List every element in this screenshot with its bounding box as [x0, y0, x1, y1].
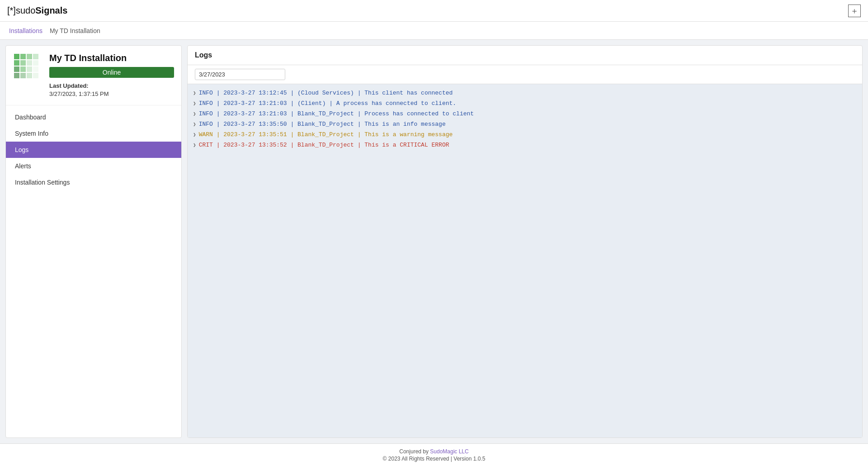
- log-text-4: INFO | 2023-3-27 13:35:50 | Blank_TD_Pro…: [199, 121, 857, 128]
- date-filter-input[interactable]: [195, 69, 285, 80]
- log-text-3: INFO | 2023-3-27 13:21:03 | Blank_TD_Pro…: [199, 110, 857, 117]
- main-content: My TD Installation Online Last Updated: …: [0, 40, 868, 443]
- svg-rect-13: [20, 73, 26, 78]
- add-installation-button[interactable]: ＋: [848, 5, 861, 17]
- log-entry-6: ❯ CRIT | 2023-3-27 13:35:52 | Blank_TD_P…: [188, 140, 862, 150]
- nav-item-alerts[interactable]: Alerts: [6, 158, 181, 174]
- log-expand-icon-1[interactable]: ❯: [193, 90, 196, 96]
- app-footer: Conjured by SudoMagic LLC © 2023 All Rig…: [0, 443, 868, 466]
- svg-rect-7: [33, 60, 38, 66]
- nav-menu: Dashboard System Info Logs Alerts Instal…: [6, 105, 181, 194]
- logs-area: ❯ INFO | 2023-3-27 13:12:45 | (Cloud Ser…: [188, 84, 862, 437]
- footer-conjured-prefix: Conjured by: [399, 448, 430, 455]
- installation-info: My TD Installation Online Last Updated: …: [49, 53, 174, 98]
- log-expand-icon-2[interactable]: ❯: [193, 100, 196, 106]
- svg-rect-1: [20, 54, 26, 59]
- log-text-6: CRIT | 2023-3-27 13:35:52 | Blank_TD_Pro…: [199, 142, 857, 148]
- log-expand-icon-4[interactable]: ❯: [193, 121, 196, 127]
- logo-sudo: sudo: [16, 5, 35, 16]
- sidebar-panel: My TD Installation Online Last Updated: …: [5, 45, 182, 438]
- content-panel: Logs ❯ INFO | 2023-3-27 13:12:45 | (Clou…: [187, 45, 863, 438]
- logo-bracket-open: [*]: [7, 5, 16, 16]
- log-entry-3: ❯ INFO | 2023-3-27 13:21:03 | Blank_TD_P…: [188, 109, 862, 119]
- footer-line-1: Conjured by SudoMagic LLC: [399, 448, 468, 455]
- app-header: [*] sudoSignals ＋: [0, 0, 868, 22]
- footer-sudoMagic-link[interactable]: SudoMagic LLC: [430, 448, 468, 455]
- svg-rect-8: [14, 67, 19, 72]
- installation-card: My TD Installation Online Last Updated: …: [6, 46, 181, 105]
- svg-rect-9: [20, 67, 26, 72]
- breadcrumb: Installations My TD Installation: [0, 22, 868, 40]
- installation-name: My TD Installation: [49, 53, 174, 63]
- svg-rect-5: [20, 60, 26, 66]
- last-updated-label: Last Updated:: [49, 82, 89, 89]
- status-badge: Online: [49, 67, 174, 78]
- svg-rect-14: [27, 73, 32, 78]
- svg-rect-15: [33, 73, 38, 78]
- svg-rect-11: [33, 67, 38, 72]
- svg-rect-4: [14, 60, 19, 66]
- app-logo: [*] sudoSignals: [7, 5, 67, 16]
- log-expand-icon-5[interactable]: ❯: [193, 132, 196, 138]
- logo-signals: Signals: [35, 5, 67, 16]
- date-filter-bar: [188, 65, 862, 84]
- nav-item-logs[interactable]: Logs: [6, 142, 181, 158]
- log-entry-5: ❯ WARN | 2023-3-27 13:35:51 | Blank_TD_P…: [188, 129, 862, 140]
- log-text-2: INFO | 2023-3-27 13:21:03 | (Client) | A…: [199, 100, 857, 107]
- svg-rect-3: [33, 54, 38, 59]
- log-expand-icon-6[interactable]: ❯: [193, 142, 196, 148]
- nav-item-installation-settings[interactable]: Installation Settings: [6, 174, 181, 190]
- nav-item-dashboard[interactable]: Dashboard: [6, 109, 181, 125]
- footer-line-2: © 2023 All Rights Reserved | Version 1.0…: [383, 456, 486, 462]
- svg-rect-0: [14, 54, 19, 59]
- svg-rect-12: [14, 73, 19, 78]
- log-entry-1: ❯ INFO | 2023-3-27 13:12:45 | (Cloud Ser…: [188, 88, 862, 98]
- log-expand-icon-3[interactable]: ❯: [193, 111, 196, 117]
- last-updated-value: 3/27/2023, 1:37:15 PM: [49, 90, 109, 97]
- svg-rect-10: [27, 67, 32, 72]
- log-entry-4: ❯ INFO | 2023-3-27 13:35:50 | Blank_TD_P…: [188, 119, 862, 129]
- breadcrumb-installations[interactable]: Installations: [7, 24, 44, 38]
- log-text-1: INFO | 2023-3-27 13:12:45 | (Cloud Servi…: [199, 90, 857, 96]
- breadcrumb-current: My TD Installation: [48, 24, 102, 38]
- log-text-5: WARN | 2023-3-27 13:35:51 | Blank_TD_Pro…: [199, 131, 857, 138]
- log-entry-2: ❯ INFO | 2023-3-27 13:21:03 | (Client) |…: [188, 98, 862, 109]
- nav-item-system-info[interactable]: System Info: [6, 125, 181, 142]
- svg-rect-2: [27, 54, 32, 59]
- installation-icon: [13, 53, 42, 82]
- logs-panel-title: Logs: [188, 46, 862, 65]
- svg-rect-6: [27, 60, 32, 66]
